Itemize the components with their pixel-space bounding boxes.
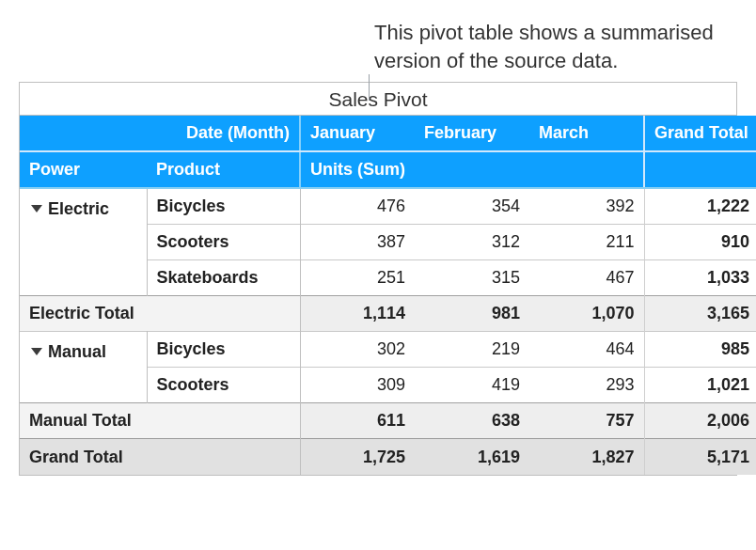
header-january[interactable]: January: [300, 116, 415, 151]
cell-jan[interactable]: 302: [300, 332, 415, 368]
cell-product[interactable]: Scooters: [147, 225, 300, 260]
header-power[interactable]: Power: [20, 151, 147, 188]
group-electric[interactable]: Electric: [20, 188, 147, 296]
callout-line1: This pivot table shows a summarised vers…: [374, 21, 714, 72]
cell-mar[interactable]: 464: [529, 332, 644, 368]
cell-total[interactable]: 910: [644, 225, 756, 260]
row-electric-total: Electric Total 1,114 981 1,070 3,165: [20, 296, 756, 332]
cell-feb[interactable]: 315: [415, 260, 529, 296]
cell-total[interactable]: 1,033: [644, 260, 756, 296]
cell-mar[interactable]: 211: [529, 225, 644, 260]
cell-jan[interactable]: 1,725: [300, 439, 415, 475]
cell-mar[interactable]: 757: [529, 403, 644, 439]
row-grand-total: Grand Total 1,725 1,619 1,827 5,171: [20, 439, 756, 475]
cell-jan[interactable]: 387: [300, 225, 415, 260]
cell-jan[interactable]: 1,114: [300, 296, 415, 332]
cell-mar[interactable]: 1,827: [529, 439, 644, 475]
header-grand-total[interactable]: Grand Total: [644, 116, 756, 151]
cell-feb[interactable]: 219: [415, 332, 529, 368]
pivot-table-title: Sales Pivot: [20, 83, 736, 116]
subtotal-label[interactable]: Electric Total: [20, 296, 300, 332]
group-manual-label: Manual: [48, 342, 106, 361]
cell-jan[interactable]: 476: [300, 188, 415, 225]
cell-feb[interactable]: 312: [415, 225, 529, 260]
cell-jan[interactable]: 309: [300, 368, 415, 403]
cell-total[interactable]: 3,165: [644, 296, 756, 332]
cell-feb[interactable]: 1,619: [415, 439, 529, 475]
header-blank: [20, 116, 147, 151]
cell-jan[interactable]: 251: [300, 260, 415, 296]
cell-total[interactable]: 2,006: [644, 403, 756, 439]
cell-mar[interactable]: 392: [529, 188, 644, 225]
cell-feb[interactable]: 354: [415, 188, 529, 225]
header-row-months: Date (Month) January February March Gran…: [20, 116, 756, 151]
cell-mar[interactable]: 467: [529, 260, 644, 296]
header-units-sum[interactable]: Units (Sum): [300, 151, 644, 188]
group-electric-label: Electric: [48, 199, 109, 218]
cell-product[interactable]: Scooters: [147, 368, 300, 403]
header-blank-2: [644, 151, 756, 188]
grand-total-label[interactable]: Grand Total: [20, 439, 300, 475]
cell-mar[interactable]: 1,070: [529, 296, 644, 332]
header-march[interactable]: March: [529, 116, 644, 151]
cell-product[interactable]: Bicycles: [147, 188, 300, 225]
cell-total[interactable]: 1,021: [644, 368, 756, 403]
group-manual[interactable]: Manual: [20, 332, 147, 403]
row-electric-bicycles: Electric Bicycles 476 354 392 1,222: [20, 188, 756, 225]
header-february[interactable]: February: [415, 116, 529, 151]
cell-feb[interactable]: 981: [415, 296, 529, 332]
row-manual-bicycles: Manual Bicycles 302 219 464 985: [20, 332, 756, 368]
chevron-down-icon[interactable]: [31, 348, 42, 355]
header-product[interactable]: Product: [147, 151, 300, 188]
callout-text: This pivot table shows a summarised vers…: [374, 19, 737, 74]
row-manual-total: Manual Total 611 638 757 2,006: [20, 403, 756, 439]
pivot-table: Date (Month) January February March Gran…: [20, 116, 756, 475]
cell-product[interactable]: Bicycles: [147, 332, 300, 368]
pivot-table-container: Sales Pivot Date (Month) January Februar…: [19, 82, 737, 476]
cell-jan[interactable]: 611: [300, 403, 415, 439]
header-date-month[interactable]: Date (Month): [147, 116, 300, 151]
cell-product[interactable]: Skateboards: [147, 260, 300, 296]
cell-total[interactable]: 985: [644, 332, 756, 368]
callout-leader-line: [369, 74, 370, 101]
cell-total[interactable]: 1,222: [644, 188, 756, 225]
cell-feb[interactable]: 638: [415, 403, 529, 439]
header-row-fields: Power Product Units (Sum): [20, 151, 756, 188]
cell-feb[interactable]: 419: [415, 368, 529, 403]
subtotal-label[interactable]: Manual Total: [20, 403, 300, 439]
chevron-down-icon[interactable]: [31, 205, 42, 212]
cell-total[interactable]: 5,171: [644, 439, 756, 475]
cell-mar[interactable]: 293: [529, 368, 644, 403]
